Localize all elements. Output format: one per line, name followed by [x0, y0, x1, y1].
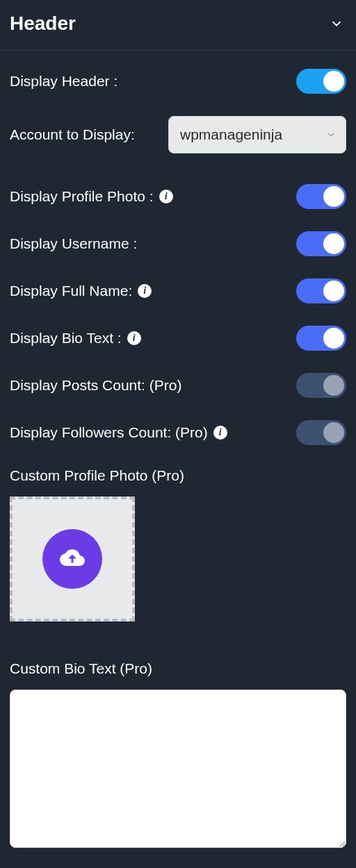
textarea-custom-bio-text[interactable]	[10, 690, 346, 848]
toggle-display-full-name[interactable]	[296, 278, 346, 303]
info-icon[interactable]: i	[159, 190, 173, 203]
panel-title: Header	[10, 12, 76, 35]
toggle-knob	[323, 328, 344, 349]
toggle-display-profile-photo[interactable]	[296, 184, 346, 209]
info-icon[interactable]: i	[138, 284, 152, 298]
row-display-header: Display Header :	[10, 69, 346, 94]
label-display-posts-count: Display Posts Count: (Pro)	[10, 377, 181, 394]
toggle-display-bio-text[interactable]	[296, 326, 346, 351]
toggle-knob	[323, 375, 344, 396]
row-display-followers-count: Display Followers Count: (Pro) i	[10, 420, 346, 445]
toggle-display-posts-count[interactable]	[296, 373, 346, 398]
toggle-knob	[323, 71, 344, 92]
label-custom-bio-text: Custom Bio Text (Pro)	[10, 660, 346, 677]
row-display-posts-count: Display Posts Count: (Pro)	[10, 373, 346, 398]
label-display-username: Display Username :	[10, 235, 137, 252]
toggle-display-username[interactable]	[296, 231, 346, 256]
toggle-knob	[323, 233, 344, 254]
cloud-upload-icon	[60, 545, 85, 573]
select-account-value: wpmanageninja	[180, 126, 282, 143]
select-account[interactable]: wpmanageninja	[168, 116, 346, 153]
label-display-followers-count: Display Followers Count: (Pro) i	[10, 424, 227, 441]
upload-circle	[42, 529, 102, 589]
toggle-knob	[323, 281, 344, 301]
row-display-bio-text: Display Bio Text : i	[10, 326, 346, 351]
label-account-to-display: Account to Display:	[10, 126, 135, 143]
upload-custom-profile-photo[interactable]	[10, 496, 135, 621]
info-icon[interactable]: i	[127, 331, 141, 345]
row-display-username: Display Username :	[10, 231, 346, 256]
row-display-full-name: Display Full Name: i	[10, 278, 346, 303]
label-custom-profile-photo: Custom Profile Photo (Pro)	[10, 467, 346, 484]
label-display-profile-photo: Display Profile Photo : i	[10, 188, 173, 205]
label-display-full-name: Display Full Name: i	[10, 283, 152, 299]
label-display-bio-text: Display Bio Text : i	[10, 330, 141, 347]
toggle-display-header[interactable]	[296, 69, 346, 94]
header-panel: Header Display Header : Account to Displ…	[0, 0, 356, 851]
chevron-down-icon[interactable]	[327, 14, 346, 33]
label-display-header: Display Header :	[10, 73, 118, 90]
select-account-wrap: wpmanageninja	[168, 116, 346, 153]
row-account-to-display: Account to Display: wpmanageninja	[10, 116, 346, 153]
row-display-profile-photo: Display Profile Photo : i	[10, 184, 346, 209]
panel-body: Display Header : Account to Display: wpm…	[0, 51, 356, 851]
toggle-display-followers-count[interactable]	[296, 420, 346, 445]
panel-header[interactable]: Header	[0, 0, 356, 51]
info-icon[interactable]: i	[213, 426, 227, 440]
toggle-knob	[323, 422, 344, 443]
toggle-knob	[323, 186, 344, 207]
